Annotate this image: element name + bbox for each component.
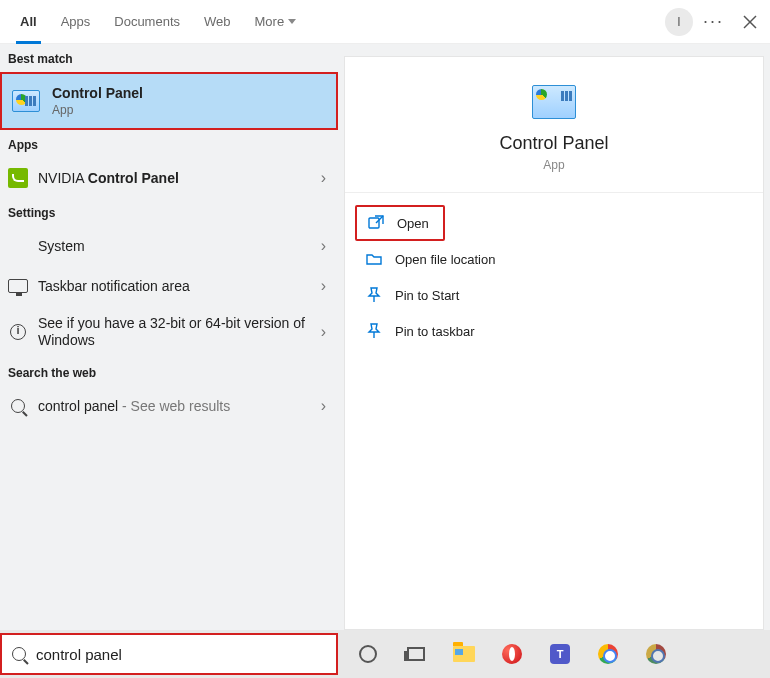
control-panel-icon [12,90,40,112]
detail-subtitle: App [543,158,564,172]
section-apps: Apps [0,130,338,158]
task-view-icon [407,647,425,661]
results-panel: Best match Control Panel App Apps NVIDIA… [0,44,338,630]
close-icon [743,15,757,29]
more-options-button[interactable]: ··· [703,11,724,32]
taskbar [0,630,770,678]
chrome-icon [598,644,618,664]
search-tabs: All Apps Documents Web More I ··· [0,0,770,44]
file-explorer-icon [453,646,475,662]
best-match-title: Control Panel [52,85,328,101]
detail-panel: Control Panel App Open Open file locatio… [344,56,764,630]
result-taskbar-label: Taskbar notification area [38,278,321,294]
result-bits-label: See if you have a 32-bit or 64-bit versi… [38,315,321,350]
svg-rect-2 [369,218,379,228]
section-settings: Settings [0,198,338,226]
action-open-label: Open [397,216,429,231]
result-web-label: control panel - See web results [38,398,321,414]
tab-documents[interactable]: Documents [102,0,192,44]
opera-icon [502,644,522,664]
nvidia-icon [8,168,28,188]
best-match-subtitle: App [52,103,328,117]
chevron-right-icon: › [321,169,330,187]
action-pin-start-label: Pin to Start [395,288,459,303]
tab-more-label: More [255,14,285,29]
task-view-button[interactable] [402,640,430,668]
detail-title: Control Panel [499,133,608,154]
result-taskbar-notification[interactable]: Taskbar notification area › [0,266,338,306]
result-system[interactable]: System › [0,226,338,266]
taskbar-search[interactable] [0,633,338,675]
folder-icon [365,250,383,268]
action-pin-taskbar-label: Pin to taskbar [395,324,475,339]
chevron-down-icon [288,19,296,24]
teams-icon [550,644,570,664]
file-explorer-button[interactable] [450,640,478,668]
search-icon [11,399,25,413]
action-open-file-location[interactable]: Open file location [355,241,753,277]
tab-web[interactable]: Web [192,0,243,44]
chrome-button-2[interactable] [642,640,670,668]
chevron-right-icon: › [321,323,330,341]
section-best-match: Best match [0,44,338,72]
search-icon [12,647,26,661]
result-web-search[interactable]: control panel - See web results › [0,386,338,426]
cortana-button[interactable] [354,640,382,668]
teams-button[interactable] [546,640,574,668]
chrome-button[interactable] [594,640,622,668]
chevron-right-icon: › [321,237,330,255]
pin-icon [365,286,383,304]
tab-more[interactable]: More [243,0,309,44]
section-search-web: Search the web [0,358,338,386]
best-match-control-panel[interactable]: Control Panel App [0,72,338,130]
action-open-loc-label: Open file location [395,252,495,267]
tab-apps[interactable]: Apps [49,0,103,44]
monitor-icon [8,279,28,293]
result-system-label: System [38,238,321,254]
close-button[interactable] [738,10,762,34]
action-pin-to-taskbar[interactable]: Pin to taskbar [355,313,753,349]
open-icon [367,214,385,232]
tab-all[interactable]: All [8,0,49,44]
action-pin-to-start[interactable]: Pin to Start [355,277,753,313]
user-avatar[interactable]: I [665,8,693,36]
opera-button[interactable] [498,640,526,668]
pin-taskbar-icon [365,322,383,340]
action-open[interactable]: Open [355,205,445,241]
chevron-right-icon: › [321,277,330,295]
search-input[interactable] [36,646,326,663]
chevron-right-icon: › [321,397,330,415]
result-32-64-bit[interactable]: See if you have a 32-bit or 64-bit versi… [0,306,338,358]
control-panel-icon [532,85,576,119]
result-nvidia-control-panel[interactable]: NVIDIA Control Panel › [0,158,338,198]
cortana-icon [359,645,377,663]
result-nvidia-label: NVIDIA Control Panel [38,170,321,186]
info-icon [10,324,26,340]
chrome-icon [646,644,666,664]
